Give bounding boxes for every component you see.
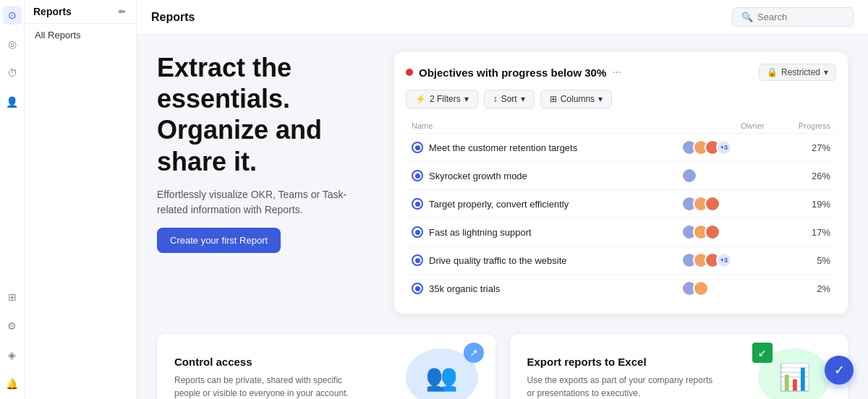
feature-control-title: Control access: [174, 356, 362, 368]
nav-bell-icon[interactable]: 🔔: [3, 374, 22, 393]
content-area: Extract the essentials. Organize and sha…: [137, 35, 868, 399]
filters-button[interactable]: ⚡ 2 Filters ▾: [406, 90, 478, 108]
row-name-cell: Skyrocket growth mode: [406, 162, 676, 190]
col-name: Name: [406, 119, 676, 134]
nav-home-icon[interactable]: ⊙: [3, 6, 22, 25]
feature-control-text: Control access Reports can be private, s…: [174, 356, 362, 400]
report-card-header: Objectives with progress below 30% ··· 🔒…: [406, 64, 836, 81]
main-panel: Reports 🔍 Extract the essentials. Organi…: [137, 0, 868, 399]
row-owner-cell: [676, 162, 770, 190]
nav-settings2-icon[interactable]: ◈: [3, 346, 22, 364]
search-box[interactable]: 🔍: [732, 7, 854, 27]
row-name-cell: 35k organic trials: [406, 275, 676, 303]
feature-export-title: Export reports to Excel: [527, 356, 715, 368]
row-owner-cell: +3: [676, 134, 770, 162]
search-icon: 🔍: [741, 12, 753, 22]
filter-bar: ⚡ 2 Filters ▾ ↕ Sort ▾ ⊞ Columns ▾: [406, 90, 836, 108]
feature-export-text: Export reports to Excel Use the exports …: [527, 356, 715, 400]
row-progress-cell: 17%: [770, 218, 836, 246]
sidebar: Reports ⬅ All Reports: [25, 0, 137, 399]
main-header: Reports 🔍: [137, 0, 868, 35]
row-progress-cell: 5%: [770, 246, 836, 275]
restricted-label: Restricted: [781, 67, 820, 77]
page-title: Reports: [151, 11, 195, 24]
sidebar-item-all-reports[interactable]: All Reports: [25, 24, 136, 46]
table-row: Skyrocket growth mode26%: [406, 162, 836, 190]
filter-icon: ⚡: [415, 94, 426, 104]
table-row: 35k organic trials2%: [406, 275, 836, 303]
sort-icon: ↕: [493, 94, 498, 104]
icon-panel: ⊙ ◎ ⏱ 👤 ⊞ ⚙ ◈ 🔔: [0, 0, 25, 399]
table-row: Drive quality traffic to the website+35%: [406, 246, 836, 275]
report-title-row: Objectives with progress below 30% ···: [406, 66, 622, 79]
sidebar-collapse-icon[interactable]: ⬅: [116, 6, 127, 17]
row-name-cell: Drive quality traffic to the website: [406, 246, 676, 275]
report-table: Name Owner Progress Meet the customer re…: [406, 119, 836, 302]
feature-export-visual: 📊 ↙: [758, 348, 830, 399]
table-row: Meet the customer retention targets+327%: [406, 134, 836, 162]
nav-settings-icon[interactable]: ⚙: [3, 317, 22, 335]
search-input[interactable]: [757, 12, 844, 22]
columns-icon: ⊞: [550, 94, 557, 104]
report-card: Objectives with progress below 30% ··· 🔒…: [394, 52, 848, 314]
row-name-cell: Target properly, convert efficiently: [406, 190, 676, 218]
row-progress-cell: 27%: [770, 134, 836, 162]
chevron-down-icon: ▾: [598, 94, 603, 104]
row-owner-cell: [676, 275, 770, 303]
row-owner-cell: [676, 190, 770, 218]
table-row: Fast as lightning support17%: [406, 218, 836, 246]
feature-card-control-access: Control access Reports can be private, s…: [157, 334, 495, 399]
row-name-cell: Meet the customer retention targets: [406, 134, 676, 162]
create-report-button[interactable]: Create your first Report: [157, 228, 281, 253]
hero-heading: Extract the essentials. Organize and sha…: [157, 52, 374, 177]
chevron-down-icon: ▾: [824, 67, 828, 77]
row-owner-cell: [676, 218, 770, 246]
row-progress-cell: 2%: [770, 275, 836, 303]
top-section: Extract the essentials. Organize and sha…: [157, 52, 848, 314]
row-owner-cell: +3: [676, 246, 770, 275]
hero-text: Extract the essentials. Organize and sha…: [157, 52, 374, 314]
feature-card-export-excel: Export reports to Excel Use the exports …: [510, 334, 848, 399]
report-title: Objectives with progress below 30%: [419, 66, 606, 79]
row-name-cell: Fast as lightning support: [406, 218, 676, 246]
feature-control-desc: Reports can be private, shared with spec…: [174, 374, 362, 400]
columns-button[interactable]: ⊞ Columns ▾: [540, 90, 612, 108]
more-icon[interactable]: ···: [612, 66, 621, 79]
restricted-badge[interactable]: 🔒 Restricted ▾: [759, 64, 836, 81]
chevron-down-icon: ▾: [521, 94, 525, 104]
sidebar-title: Reports: [33, 6, 72, 17]
feature-export-desc: Use the exports as part of your company …: [527, 374, 715, 400]
nav-search-icon[interactable]: ◎: [3, 35, 22, 53]
sidebar-header: Reports ⬅: [25, 0, 136, 24]
lock-icon: 🔒: [767, 67, 778, 77]
nav-person-icon[interactable]: 👤: [3, 93, 22, 111]
table-row: Target properly, convert efficiently19%: [406, 190, 836, 218]
col-progress: Progress: [770, 119, 836, 134]
hero-subtext: Effortlessly visualize OKR, Teams or Tas…: [157, 187, 374, 218]
nav-clock-icon[interactable]: ⏱: [3, 64, 22, 82]
feature-control-visual: 👥 ↗: [406, 348, 478, 399]
row-progress-cell: 26%: [770, 162, 836, 190]
col-owner: Owner: [676, 119, 770, 134]
row-progress-cell: 19%: [770, 190, 836, 218]
status-dot: [406, 69, 413, 76]
sort-button[interactable]: ↕ Sort ▾: [484, 90, 535, 108]
bottom-section: Control access Reports can be private, s…: [157, 334, 848, 399]
nav-apps-icon[interactable]: ⊞: [3, 288, 22, 306]
chevron-down-icon: ▾: [464, 94, 469, 104]
fab-button[interactable]: ✓: [825, 356, 854, 385]
